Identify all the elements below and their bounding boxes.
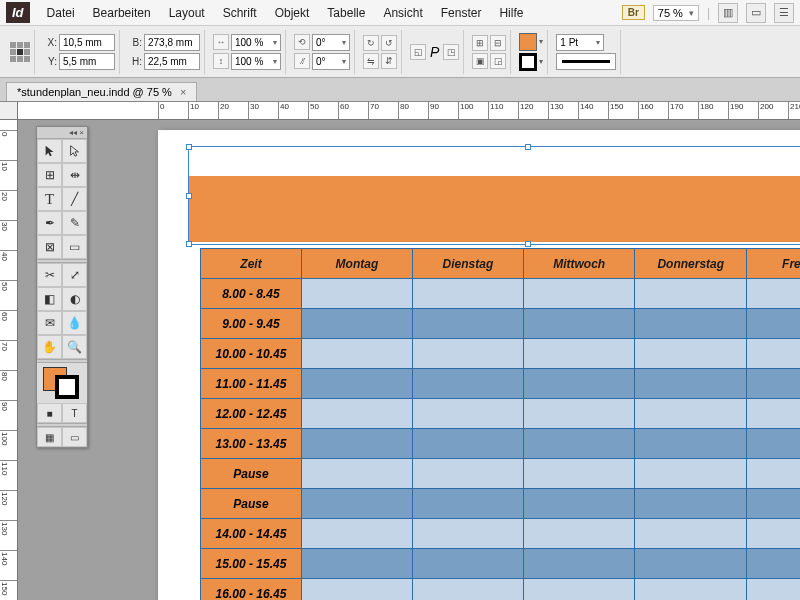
- time-cell[interactable]: 8.00 - 8.45: [201, 279, 302, 309]
- time-cell[interactable]: Pause: [201, 459, 302, 489]
- schedule-cell[interactable]: [301, 309, 412, 339]
- table-row[interactable]: Pause: [201, 489, 801, 519]
- schedule-cell[interactable]: [747, 429, 800, 459]
- schedule-cell[interactable]: [747, 369, 800, 399]
- line-tool[interactable]: ╱: [62, 187, 87, 211]
- menu-objekt[interactable]: Objekt: [266, 6, 319, 20]
- time-cell[interactable]: 9.00 - 9.45: [201, 309, 302, 339]
- paragraph-icon[interactable]: P: [428, 44, 441, 60]
- table-row[interactable]: 14.00 - 14.45: [201, 519, 801, 549]
- schedule-cell[interactable]: [412, 489, 523, 519]
- preview-view-icon[interactable]: ▭: [62, 427, 87, 447]
- time-cell[interactable]: 11.00 - 11.45: [201, 369, 302, 399]
- schedule-cell[interactable]: [412, 549, 523, 579]
- rectangle-frame-tool[interactable]: ⊠: [37, 235, 62, 259]
- hand-tool[interactable]: ✋: [37, 335, 62, 359]
- schedule-cell[interactable]: [412, 459, 523, 489]
- schedule-cell[interactable]: [524, 339, 635, 369]
- schedule-cell[interactable]: [635, 309, 747, 339]
- page[interactable]: ZeitMontagDienstagMittwochDonnerstagFrei…: [158, 130, 800, 600]
- select-container-icon[interactable]: ◱: [410, 44, 426, 60]
- schedule-cell[interactable]: [747, 459, 800, 489]
- menu-bearbeiten[interactable]: Bearbeiten: [84, 6, 160, 20]
- selection-frame[interactable]: [188, 146, 800, 245]
- timetable[interactable]: ZeitMontagDienstagMittwochDonnerstagFrei…: [200, 248, 800, 600]
- schedule-cell[interactable]: [747, 579, 800, 601]
- zoom-tool[interactable]: 🔍: [62, 335, 87, 359]
- ruler-origin[interactable]: [0, 102, 18, 120]
- schedule-cell[interactable]: [301, 489, 412, 519]
- schedule-cell[interactable]: [635, 339, 747, 369]
- schedule-cell[interactable]: [635, 489, 747, 519]
- table-header[interactable]: Mittwoch: [524, 249, 635, 279]
- flip-v-icon[interactable]: ⇵: [381, 53, 397, 69]
- close-tab-icon[interactable]: ×: [180, 86, 186, 98]
- pen-tool[interactable]: ✒: [37, 211, 62, 235]
- schedule-cell[interactable]: [635, 579, 747, 601]
- horizontal-ruler[interactable]: 0102030405060708090100110120130140150160…: [18, 102, 800, 120]
- time-cell[interactable]: 16.00 - 16.45: [201, 579, 302, 601]
- table-row[interactable]: 10.00 - 10.45: [201, 339, 801, 369]
- time-cell[interactable]: 12.00 - 12.45: [201, 399, 302, 429]
- schedule-cell[interactable]: [412, 339, 523, 369]
- table-row[interactable]: 9.00 - 9.45: [201, 309, 801, 339]
- table-row[interactable]: Pause: [201, 459, 801, 489]
- direct-selection-tool[interactable]: [62, 139, 87, 163]
- schedule-cell[interactable]: [301, 519, 412, 549]
- stroke-weight-input[interactable]: 1 Pt: [556, 34, 604, 51]
- apply-color-icon[interactable]: ■: [37, 403, 62, 423]
- x-input[interactable]: 10,5 mm: [59, 34, 115, 51]
- schedule-cell[interactable]: [747, 399, 800, 429]
- time-cell[interactable]: 14.00 - 14.45: [201, 519, 302, 549]
- vertical-ruler[interactable]: 0102030405060708090100110120130140150160: [0, 120, 18, 600]
- apply-formatting-icon[interactable]: T: [62, 403, 87, 423]
- schedule-cell[interactable]: [635, 279, 747, 309]
- rotate-cw-icon[interactable]: ↻: [363, 35, 379, 51]
- schedule-cell[interactable]: [747, 549, 800, 579]
- w-input[interactable]: 273,8 mm: [144, 34, 200, 51]
- table-header[interactable]: Montag: [301, 249, 412, 279]
- schedule-cell[interactable]: [301, 459, 412, 489]
- selection-tool[interactable]: [37, 139, 62, 163]
- schedule-cell[interactable]: [301, 369, 412, 399]
- menu-layout[interactable]: Layout: [160, 6, 214, 20]
- schedule-cell[interactable]: [412, 279, 523, 309]
- schedule-cell[interactable]: [301, 549, 412, 579]
- flip-h-icon[interactable]: ⇋: [363, 53, 379, 69]
- free-transform-tool[interactable]: ⤢: [62, 263, 87, 287]
- h-input[interactable]: 22,5 mm: [144, 53, 200, 70]
- schedule-cell[interactable]: [747, 519, 800, 549]
- schedule-cell[interactable]: [747, 339, 800, 369]
- scale-x-input[interactable]: 100 %: [231, 34, 281, 51]
- table-row[interactable]: 12.00 - 12.45: [201, 399, 801, 429]
- table-header[interactable]: Dienstag: [412, 249, 523, 279]
- shear-input[interactable]: 0°: [312, 53, 350, 70]
- table-row[interactable]: 13.00 - 13.45: [201, 429, 801, 459]
- schedule-cell[interactable]: [635, 369, 747, 399]
- table-row[interactable]: 8.00 - 8.45: [201, 279, 801, 309]
- schedule-cell[interactable]: [412, 399, 523, 429]
- fill-swatch[interactable]: [519, 33, 537, 51]
- schedule-cell[interactable]: [301, 399, 412, 429]
- schedule-cell[interactable]: [747, 489, 800, 519]
- schedule-cell[interactable]: [524, 489, 635, 519]
- gradient-swatch-tool[interactable]: ◧: [37, 287, 62, 311]
- y-input[interactable]: 5,5 mm: [59, 53, 115, 70]
- table-row[interactable]: 15.00 - 15.45: [201, 549, 801, 579]
- distribute-icon[interactable]: ⊟: [490, 35, 506, 51]
- gradient-feather-tool[interactable]: ◐: [62, 287, 87, 311]
- tools-panel[interactable]: ◂◂ × ⊞ ⇹ T ╱ ✒ ✎ ⊠ ▭ ✂ ⤢ ◧ ◐ ✉ 💧 ✋ 🔍 ■ T…: [36, 126, 88, 448]
- menu-hilfe[interactable]: Hilfe: [490, 6, 532, 20]
- time-cell[interactable]: Pause: [201, 489, 302, 519]
- schedule-cell[interactable]: [301, 429, 412, 459]
- schedule-cell[interactable]: [301, 279, 412, 309]
- rectangle-tool[interactable]: ▭: [62, 235, 87, 259]
- schedule-cell[interactable]: [412, 579, 523, 601]
- stroke-proxy[interactable]: [55, 375, 79, 399]
- schedule-cell[interactable]: [412, 519, 523, 549]
- reference-point[interactable]: [6, 30, 35, 74]
- text-wrap-icon[interactable]: ▣: [472, 53, 488, 69]
- menu-ansicht[interactable]: Ansicht: [374, 6, 431, 20]
- scale-y-input[interactable]: 100 %: [231, 53, 281, 70]
- table-row[interactable]: 16.00 - 16.45: [201, 579, 801, 601]
